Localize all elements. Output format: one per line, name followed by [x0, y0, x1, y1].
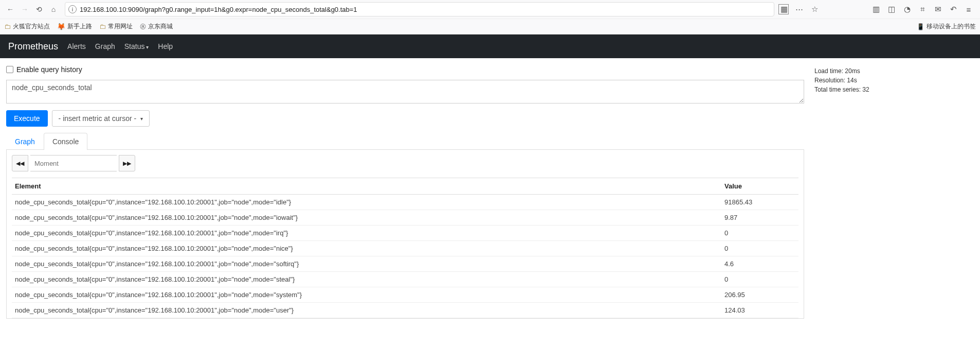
cell-value: 0 — [721, 272, 798, 287]
cell-element: node_cpu_seconds_total{cpu="0",instance=… — [12, 256, 721, 272]
cell-element: node_cpu_seconds_total{cpu="0",instance=… — [12, 287, 721, 303]
cell-value: 0 — [721, 241, 798, 256]
expression-input[interactable] — [6, 80, 804, 103]
col-element: Element — [12, 178, 721, 195]
cell-value: 124.03 — [721, 303, 798, 318]
result-table: Element Value node_cpu_seconds_total{cpu… — [12, 178, 798, 318]
metric-select-label: - insert metric at cursor - — [59, 114, 137, 123]
nav-reload-button[interactable]: ⟲ — [32, 2, 46, 16]
prom-brand[interactable]: Prometheus — [8, 41, 58, 52]
moment-prev-button[interactable]: ◀◀ — [12, 155, 28, 171]
account-icon[interactable]: ◔ — [902, 4, 912, 14]
bookmark-star-icon[interactable]: ☆ — [809, 4, 820, 14]
stat-series: Total time series: 32 — [814, 85, 974, 94]
mobile-bookmarks-label: 移动设备上的书签 — [927, 22, 976, 31]
tab-bar: Graph Console — [6, 133, 804, 150]
cell-element: node_cpu_seconds_total{cpu="0",instance=… — [12, 303, 721, 318]
table-row: node_cpu_seconds_total{cpu="0",instance=… — [12, 195, 798, 210]
execute-button[interactable]: Execute — [6, 110, 48, 127]
col-value: Value — [721, 178, 798, 195]
bookmark-item[interactable]: ㊌ 京东商城 — [140, 22, 173, 31]
cell-value: 91865.43 — [721, 195, 798, 210]
tab-graph[interactable]: Graph — [6, 133, 44, 150]
metric-select[interactable]: - insert metric at cursor - — [52, 110, 150, 127]
sidebars-icon[interactable]: ◫ — [886, 4, 897, 14]
page-actions-icon[interactable]: ⋯ — [794, 4, 804, 14]
table-row: node_cpu_seconds_total{cpu="0",instance=… — [12, 303, 798, 318]
bookmark-label: 京东商城 — [148, 22, 173, 31]
enable-history-label: Enable query history — [16, 65, 82, 74]
cell-element: node_cpu_seconds_total{cpu="0",instance=… — [12, 210, 721, 226]
url-bar[interactable]: i 192.168.100.10:9090/graph?g0.range_inp… — [65, 2, 774, 16]
cell-value: 0 — [721, 226, 798, 241]
phone-icon: 📱 — [917, 23, 924, 30]
bookmark-label: 新手上路 — [67, 22, 92, 31]
globe-icon: ㊌ — [140, 22, 146, 31]
cell-value: 9.87 — [721, 210, 798, 226]
library-icon[interactable]: ▥ — [871, 4, 881, 14]
nav-graph[interactable]: Graph — [95, 42, 115, 50]
bookmarks-bar: 🗀 火狐官方站点 🦊 新手上路 🗀 常用网址 ㊌ 京东商城 📱 移动设备上的书签 — [0, 19, 980, 34]
folder-icon: 🗀 — [4, 23, 11, 30]
site-info-icon[interactable]: i — [68, 5, 77, 13]
table-row: node_cpu_seconds_total{cpu="0",instance=… — [12, 272, 798, 287]
nav-status[interactable]: Status — [124, 42, 149, 50]
bookmark-item[interactable]: 🗀 常用网址 — [99, 22, 133, 31]
moment-input[interactable] — [30, 155, 117, 171]
table-row: node_cpu_seconds_total{cpu="0",instance=… — [12, 256, 798, 272]
nav-back-button[interactable]: ← — [3, 2, 17, 16]
query-stats: Load time: 20ms Resolution: 14s Total ti… — [804, 65, 974, 94]
table-row: node_cpu_seconds_total{cpu="0",instance=… — [12, 226, 798, 241]
nav-forward-button[interactable]: → — [17, 2, 32, 16]
tab-console[interactable]: Console — [44, 133, 87, 150]
moment-next-button[interactable]: ▶▶ — [119, 155, 135, 171]
cell-value: 206.95 — [721, 287, 798, 303]
cell-element: node_cpu_seconds_total{cpu="0",instance=… — [12, 226, 721, 241]
menu-icon[interactable]: ≡ — [964, 4, 974, 14]
nav-help[interactable]: Help — [158, 42, 173, 50]
undo-icon[interactable]: ↶ — [948, 4, 958, 14]
url-text: 192.168.100.10:9090/graph?g0.range_input… — [80, 6, 357, 13]
firefox-icon: 🦊 — [57, 23, 65, 30]
nav-home-button[interactable]: ⌂ — [46, 2, 61, 16]
nav-alerts[interactable]: Alerts — [67, 42, 86, 50]
bookmark-label: 常用网址 — [108, 22, 133, 31]
extension-icon[interactable]: ⌗ — [917, 4, 928, 14]
enable-history-checkbox[interactable] — [6, 66, 13, 73]
cell-value: 4.6 — [721, 256, 798, 272]
bookmark-item[interactable]: 🗀 火狐官方站点 — [4, 22, 50, 31]
stat-resolution: Resolution: 14s — [814, 76, 974, 85]
table-row: node_cpu_seconds_total{cpu="0",instance=… — [12, 287, 798, 303]
cell-element: node_cpu_seconds_total{cpu="0",instance=… — [12, 241, 721, 256]
bookmark-item[interactable]: 🦊 新手上路 — [57, 22, 92, 31]
table-row: node_cpu_seconds_total{cpu="0",instance=… — [12, 210, 798, 226]
mobile-bookmarks[interactable]: 📱 移动设备上的书签 — [917, 22, 976, 31]
tab-console-label: Console — [52, 137, 79, 146]
chat-icon[interactable]: ✉ — [933, 4, 943, 14]
stat-load-time: Load time: 20ms — [814, 66, 974, 76]
table-row: node_cpu_seconds_total{cpu="0",instance=… — [12, 241, 798, 256]
console-pane: ◀◀ ▶▶ Element Value node_cpu_seconds_tot… — [6, 150, 804, 319]
folder-icon: 🗀 — [99, 23, 106, 30]
qr-icon[interactable]: ▦ — [778, 4, 789, 14]
cell-element: node_cpu_seconds_total{cpu="0",instance=… — [12, 272, 721, 287]
tab-graph-label: Graph — [15, 137, 35, 146]
cell-element: node_cpu_seconds_total{cpu="0",instance=… — [12, 195, 721, 210]
prom-navbar: Prometheus Alerts Graph Status Help — [0, 34, 980, 58]
bookmark-label: 火狐官方站点 — [13, 22, 50, 31]
